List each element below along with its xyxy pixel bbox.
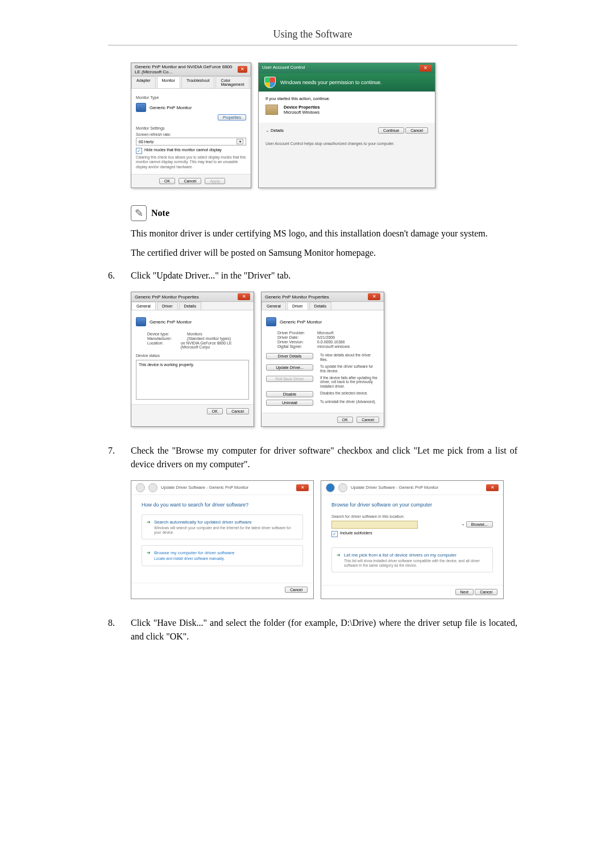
tab-troubleshoot[interactable]: Troubleshoot bbox=[181, 76, 215, 88]
wizard-crumb: Update Driver Software - Generic PnP Mon… bbox=[351, 485, 438, 490]
cancel-button[interactable]: Cancel bbox=[226, 408, 249, 414]
dialog-title: Generic PnP Monitor and NVIDIA GeForce 8… bbox=[135, 64, 238, 74]
cancel-button[interactable]: Cancel bbox=[179, 178, 201, 184]
tab-adapter[interactable]: Adapter bbox=[131, 76, 156, 88]
note-text-1: This monitor driver is under certifying … bbox=[131, 227, 517, 240]
monitor-icon bbox=[266, 317, 276, 326]
update-driver-wizard-browse: Update Driver Software - Generic PnP Mon… bbox=[321, 480, 504, 600]
arrow-icon: ➔ bbox=[337, 553, 341, 568]
monitor-settings-label: Monitor Settings bbox=[136, 126, 246, 130]
close-icon[interactable]: ✕ bbox=[238, 66, 247, 73]
cancel-button[interactable]: Cancel bbox=[285, 587, 308, 593]
browse-button[interactable]: Browse... bbox=[466, 521, 493, 528]
hide-modes-checkbox[interactable]: ✓ bbox=[136, 148, 142, 154]
back-icon[interactable] bbox=[326, 483, 335, 492]
step-8-text: Click "Have Disk..." and select the fold… bbox=[131, 616, 517, 643]
hide-modes-note: Clearing this check box allows you to se… bbox=[136, 155, 246, 169]
driver-date-label: Driver Date: bbox=[277, 335, 317, 339]
disable-desc: Disables the selected device. bbox=[320, 391, 379, 396]
cancel-button[interactable]: Cancel bbox=[405, 127, 428, 134]
step-6-text: Click "Update Driver..." in the "Driver"… bbox=[131, 269, 291, 283]
details-toggle[interactable]: Details bbox=[271, 128, 284, 133]
driver-version-label: Driver Version: bbox=[277, 340, 317, 344]
device-status-text: This device is working properly. bbox=[136, 360, 249, 400]
tab-details[interactable]: Details bbox=[179, 302, 201, 310]
wizard-crumb: Update Driver Software - Generic PnP Mon… bbox=[161, 485, 248, 490]
uac-dialog: User Account Control ✕ Windows needs you… bbox=[258, 63, 435, 188]
tab-color-management[interactable]: Color Management bbox=[215, 76, 250, 88]
wizard-heading: Browse for driver software on your compu… bbox=[331, 502, 493, 508]
uac-started-text: If you started this action, continue. bbox=[265, 96, 428, 101]
note-icon: ✎ bbox=[131, 205, 147, 221]
option-desc: This list will show installed driver sof… bbox=[344, 559, 488, 568]
wizard-question: How do you want to search for driver sof… bbox=[142, 502, 303, 508]
back-icon[interactable] bbox=[136, 483, 145, 492]
close-icon[interactable]: ✕ bbox=[368, 293, 380, 300]
chevron-down-icon[interactable]: ⌄ bbox=[265, 128, 269, 133]
driver-details-desc: To view details about the driver files. bbox=[320, 353, 379, 362]
tab-driver[interactable]: Driver bbox=[287, 302, 308, 310]
refresh-rate-value: 60 Hertz bbox=[139, 140, 154, 144]
apply-button[interactable]: Apply bbox=[205, 178, 225, 184]
chevron-down-icon[interactable]: ▾ bbox=[237, 139, 243, 144]
option-title: Let me pick from a list of device driver… bbox=[344, 553, 488, 558]
option-let-me-pick[interactable]: ➔ Let me pick from a list of device driv… bbox=[331, 547, 493, 573]
manufacturer-label: Manufacturer: bbox=[147, 337, 187, 340]
continue-button[interactable]: Continue bbox=[378, 127, 404, 134]
forward-icon bbox=[148, 483, 157, 492]
ok-button[interactable]: OK bbox=[207, 408, 223, 414]
uac-footer-text: User Account Control helps stop unauthor… bbox=[259, 138, 435, 149]
driver-version-value: 6.0.6000.16386 bbox=[317, 340, 345, 344]
shield-icon bbox=[264, 77, 276, 88]
next-button[interactable]: Next bbox=[455, 589, 474, 595]
page-title: Using the Software bbox=[108, 28, 517, 40]
close-icon[interactable]: ✕ bbox=[238, 293, 250, 300]
header-divider bbox=[108, 45, 517, 45]
tab-general[interactable]: General bbox=[131, 302, 156, 310]
tab-general[interactable]: General bbox=[262, 302, 286, 310]
arrow-icon: ➔ bbox=[147, 550, 151, 561]
disable-button[interactable]: Disable bbox=[266, 391, 313, 397]
close-icon[interactable]: ✕ bbox=[419, 65, 432, 72]
uac-program-name: Device Properties bbox=[284, 105, 320, 110]
close-icon[interactable]: ✕ bbox=[486, 484, 499, 491]
option-search-auto[interactable]: ➔ Search automatically for updated drive… bbox=[142, 514, 303, 540]
general-properties-dialog: Generic PnP Monitor Properties ✕ General… bbox=[131, 292, 254, 427]
rollback-driver-button[interactable]: Roll Back Driver bbox=[266, 376, 313, 382]
update-driver-desc: To update the driver software for this d… bbox=[320, 364, 379, 373]
driver-properties-dialog: Generic PnP Monitor Properties ✕ General… bbox=[261, 292, 384, 427]
uac-publisher: Microsoft Windows bbox=[284, 110, 320, 115]
ok-button[interactable]: OK bbox=[159, 178, 175, 184]
note-label: Note bbox=[151, 208, 169, 218]
device-type-value: Monitors bbox=[187, 332, 202, 336]
tab-row: Adapter Monitor Troubleshoot Color Manag… bbox=[131, 76, 251, 89]
monitor-name: Generic PnP Monitor bbox=[280, 319, 322, 325]
location-value: on NVIDIA GeForce 8800 LE (Microsoft Cor… bbox=[181, 341, 249, 349]
monitor-icon bbox=[136, 317, 146, 326]
package-icon bbox=[265, 105, 278, 115]
search-location-label: Search for driver software in this locat… bbox=[331, 514, 493, 518]
dialog-title: Generic PnP Monitor Properties bbox=[135, 294, 199, 300]
monitor-properties-dialog: Generic PnP Monitor and NVIDIA GeForce 8… bbox=[131, 63, 251, 188]
tab-monitor[interactable]: Monitor bbox=[157, 76, 180, 88]
cancel-button[interactable]: Cancel bbox=[475, 589, 497, 595]
driver-details-button[interactable]: Driver Details bbox=[266, 353, 313, 359]
hide-modes-label: Hide modes that this monitor cannot disp… bbox=[144, 148, 222, 152]
rollback-driver-desc: If the device fails after updating the d… bbox=[320, 376, 379, 389]
option-browse-computer[interactable]: ➔ Browse my computer for driver software… bbox=[142, 545, 303, 566]
properties-button[interactable]: Properties bbox=[218, 114, 246, 121]
uninstall-desc: To uninstall the driver (Advanced). bbox=[320, 400, 379, 404]
refresh-rate-select[interactable]: 60 Hertz ▾ bbox=[136, 138, 246, 146]
update-driver-button[interactable]: Update Driver... bbox=[266, 364, 313, 371]
monitor-type-label: Monitor Type bbox=[136, 95, 246, 99]
device-type-label: Device type: bbox=[147, 332, 187, 336]
path-input[interactable] bbox=[331, 521, 418, 529]
close-icon[interactable]: ✕ bbox=[296, 484, 309, 491]
cancel-button[interactable]: Cancel bbox=[356, 417, 379, 423]
include-subfolders-checkbox[interactable]: ✓ bbox=[331, 531, 338, 537]
update-driver-wizard-search: Update Driver Software - Generic PnP Mon… bbox=[131, 480, 314, 600]
tab-details[interactable]: Details bbox=[309, 302, 331, 310]
ok-button[interactable]: OK bbox=[337, 417, 353, 423]
tab-driver[interactable]: Driver bbox=[157, 302, 178, 310]
uninstall-button[interactable]: Uninstall bbox=[266, 400, 313, 406]
